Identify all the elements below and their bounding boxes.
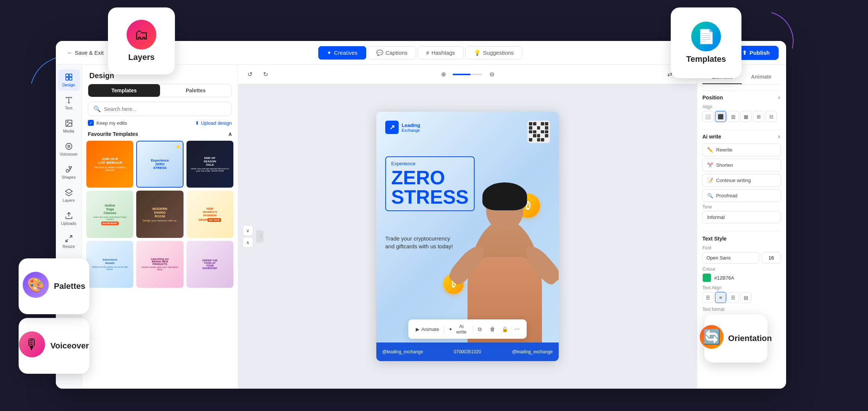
hashtags-icon: # (426, 50, 429, 56)
text-align-left-button[interactable]: ☰ (702, 292, 714, 303)
sidebar-item-layers[interactable]: Layers (58, 185, 80, 206)
zoom-in-button[interactable]: ⊕ (437, 68, 450, 81)
back-button[interactable]: ← Save & Exit (63, 47, 108, 58)
template-thumb-5[interactable]: MODERNDININGROOMDesign your bedroom with… (136, 191, 183, 238)
tab-hashtags[interactable]: # Hashtags (418, 46, 464, 60)
template-thumb-6[interactable]: NEWWOMEN'SFASHIONDROPBUY NOW (186, 191, 233, 238)
tab-suggestions[interactable]: 💡 Suggestions (465, 46, 523, 60)
template-thumb-2[interactable]: ExperienceZEROSTRESS ★ (136, 141, 183, 188)
layer-down-button[interactable]: ∧ (243, 237, 253, 248)
person-hair (482, 182, 527, 210)
template-thumb-4[interactable]: OnlineYogaClassesLearn the most experien… (86, 191, 133, 238)
ai-write-chevron-icon[interactable]: ∧ (778, 134, 781, 139)
font-select[interactable]: Open Sans Roboto Arial (702, 252, 759, 264)
sidebar-item-design[interactable]: Design (58, 69, 80, 91)
zoom-slider[interactable] (453, 74, 482, 75)
zoom-out-button[interactable]: ⊖ (485, 68, 498, 81)
canvas-experience-text: Experience (391, 161, 469, 166)
continue-icon: 📝 (707, 178, 713, 183)
text-align-justify-button[interactable]: ▤ (740, 292, 751, 303)
resize-icon (65, 235, 73, 243)
palettes-icon: 🎨 (23, 272, 49, 298)
align-center-h-button[interactable]: ⬛ (715, 111, 726, 122)
tab-creatives[interactable]: ✦ Creatives (318, 46, 366, 60)
svg-rect-0 (66, 74, 68, 77)
templates-grid: JOIN OURLIVE WEBINARThe Best Business Gr… (82, 141, 238, 389)
tab-captions[interactable]: 💬 Captions (368, 46, 416, 60)
qr-code (527, 121, 550, 143)
ai-write-button[interactable]: ✦ Ai write (445, 321, 472, 337)
template-thumb-8[interactable]: Launching ourBRAND NEWPRODUCTSGRAB YOURS… (136, 241, 183, 288)
position-header: Position ∧ (702, 95, 781, 101)
panel-tab-templates[interactable]: Templates (88, 84, 160, 97)
delete-canvas-button[interactable]: 🗑 (486, 323, 498, 335)
template-row-2: OnlineYogaClassesLearn the most experien… (86, 191, 233, 238)
sidebar-item-uploads[interactable]: Uploads (58, 208, 80, 229)
rewrite-button[interactable]: ✏️ Rewrite (702, 143, 781, 156)
creatives-icon: ✦ (327, 50, 332, 56)
text-style-header: Text Style (702, 236, 781, 242)
text-align-center-button[interactable]: ≡ (715, 292, 726, 303)
shorten-button[interactable]: ✂️ Shorten (702, 159, 781, 172)
template-thumb-7[interactable]: AdventureAwaitsHiking not only allows yo… (86, 241, 133, 288)
lock-canvas-button[interactable]: 🔒 (499, 323, 510, 335)
template-inner-9: ORDER THEFOOD ATYOURDOORSTEP (186, 241, 233, 288)
template-thumb-3[interactable]: END OFSEASONSALEOrder now and get specia… (186, 141, 233, 188)
copy-canvas-button[interactable]: ⧉ (474, 323, 486, 335)
position-chevron-icon[interactable]: ∧ (778, 95, 781, 100)
text-align-right-button[interactable]: ☰ (728, 292, 739, 303)
upload-button[interactable]: ⬆ Upload design (195, 120, 232, 126)
floating-voiceover-card[interactable]: 🎙 Voiceover (19, 318, 89, 374)
undo-button[interactable]: ↺ (243, 68, 256, 81)
sidebar-item-voiceover[interactable]: Voiceover (58, 138, 80, 160)
font-size-input[interactable] (762, 252, 781, 264)
floating-orientation-card[interactable]: 🔄 Orientation (704, 314, 768, 363)
floating-layers-card[interactable]: 🗂 Layers (108, 7, 175, 74)
sidebar-item-media[interactable]: Media (58, 115, 80, 137)
floating-palettes-card[interactable]: 🎨 Palettes (19, 258, 89, 314)
sidebar-item-text[interactable]: Text (58, 92, 80, 114)
more-canvas-button[interactable]: ⋯ (511, 323, 523, 335)
align-label: Align (702, 104, 781, 109)
color-swatch[interactable] (702, 273, 711, 282)
keep-edits-checkbox[interactable]: ✓ (88, 120, 94, 126)
text-icon (65, 96, 73, 104)
animate-button[interactable]: ▶ Animate (412, 324, 443, 334)
canvas-scroll-indicator[interactable]: 〈 (256, 230, 264, 243)
sidebar-item-resize[interactable]: Resize (58, 231, 80, 252)
layers-card-label: Layers (128, 52, 155, 62)
continue-writing-button[interactable]: 📝 Continue writing (702, 174, 781, 187)
upload-icon: ⬆ (195, 120, 199, 126)
svg-point-5 (67, 121, 68, 122)
sidebar-item-shapes[interactable]: Shapes (58, 162, 80, 183)
editor-body: Design Text Media Voiceover Shapes Layer… (56, 65, 786, 389)
align-right-button[interactable]: ▦ (740, 111, 751, 122)
floating-templates-card[interactable]: 📄 Templates (671, 7, 741, 78)
template-inner-1: JOIN OURLIVE WEBINARThe Best Business Gr… (86, 141, 133, 188)
favourite-chevron-icon[interactable]: ∧ (228, 131, 232, 137)
canvas-toolbar: ↺ ↻ ⊕ ⊖ ⇄ ↻ (238, 65, 697, 84)
template-thumb-9[interactable]: ORDER THEFOOD ATYOURDOORSTEP (186, 241, 233, 288)
align-center-v-button[interactable]: ▥ (728, 111, 739, 122)
template-inner-4: OnlineYogaClassesLearn the most experien… (86, 191, 133, 238)
proofread-button[interactable]: 🔍 Proofread (702, 189, 781, 202)
template-thumb-1[interactable]: JOIN OURLIVE WEBINARThe Best Business Gr… (86, 141, 133, 188)
keep-edits-label: Keep my edits (96, 120, 127, 126)
svg-point-6 (66, 143, 72, 150)
text-align-label: Text Align (702, 285, 781, 290)
panel-tabs: Templates Palettes (88, 84, 232, 97)
search-input[interactable] (104, 106, 226, 112)
panel-tab-palettes[interactable]: Palettes (160, 84, 232, 97)
shapes-label: Shapes (62, 175, 76, 179)
rp-tab-animate[interactable]: Animate (742, 70, 781, 84)
redo-button[interactable]: ↻ (259, 68, 272, 81)
layer-up-button[interactable]: ∨ (243, 225, 253, 236)
align-bottom-button[interactable]: ⊟ (766, 111, 777, 122)
tone-select[interactable]: Informal Formal Friendly Professional (702, 211, 781, 223)
align-row: ⬜ ⬛ ▥ ▦ ⊞ ⊟ (702, 111, 781, 122)
align-top-button[interactable]: ⊞ (753, 111, 764, 122)
color-row: #12B76A (702, 273, 781, 282)
keep-edits-row: ✓ Keep my edits ⬆ Upload design (88, 120, 232, 126)
text-align-row: ☰ ≡ ☰ ▤ (702, 292, 781, 303)
align-left-button[interactable]: ⬜ (702, 111, 714, 122)
